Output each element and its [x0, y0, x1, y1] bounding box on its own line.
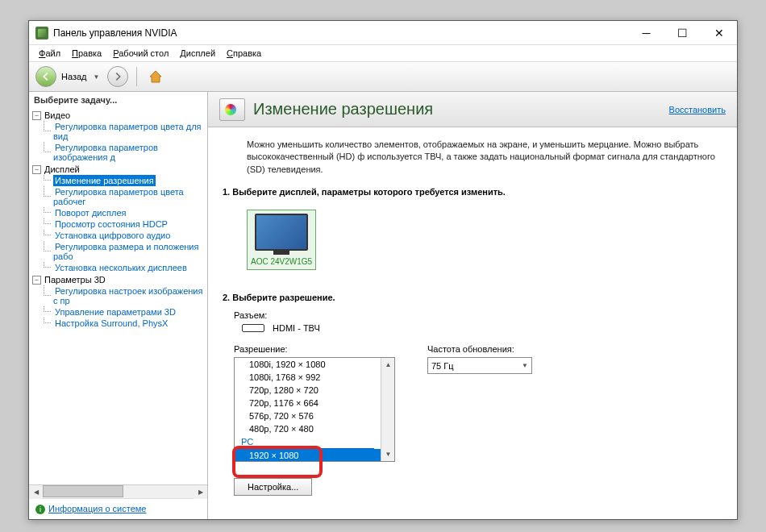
- collapse-icon[interactable]: −: [32, 276, 41, 285]
- resolution-item[interactable]: 576p, 720 × 576: [235, 409, 381, 422]
- connector-label: Разъем:: [234, 310, 722, 320]
- monitor-tile[interactable]: AOC 24V2W1G5: [247, 210, 316, 270]
- scroll-thumb[interactable]: [43, 485, 123, 497]
- nav-back-label: Назад: [61, 72, 87, 81]
- home-button[interactable]: [145, 66, 166, 87]
- settings-button[interactable]: Настройка...: [234, 478, 312, 496]
- titlebar: Панель управления NVIDIA ─ ☐ ✕: [29, 21, 737, 45]
- tree-item[interactable]: Настройка Surround, PhysX: [44, 318, 207, 329]
- minimize-button[interactable]: ─: [628, 21, 664, 44]
- resolution-item-selected[interactable]: 1920 × 1080: [235, 449, 381, 462]
- tree-item[interactable]: Регулировка параметров цвета для вид: [44, 121, 207, 142]
- content: Изменение разрешения Восстановить Можно …: [208, 92, 737, 519]
- refresh-rate-label: Частота обновления:: [427, 344, 532, 354]
- resolution-label: Разрешение:: [234, 344, 395, 354]
- nav-back-dropdown[interactable]: ▼: [94, 73, 100, 81]
- description-text: Можно уменьшить количество элементов, от…: [247, 139, 722, 176]
- collapse-icon[interactable]: −: [32, 111, 41, 120]
- resolution-item[interactable]: 1080i, 1768 × 992: [235, 371, 381, 384]
- page-title: Изменение разрешения: [253, 100, 669, 118]
- refresh-rate-value: 75 Гц: [431, 361, 454, 371]
- menu-edit[interactable]: Правка: [67, 47, 106, 60]
- task-tree[interactable]: −ВидеоРегулировка параметров цвета для в…: [29, 108, 207, 484]
- scroll-right-icon[interactable]: ▶: [194, 485, 207, 499]
- nav-back-button[interactable]: [35, 66, 56, 87]
- tree-item[interactable]: Регулировка параметров цвета рабочег: [44, 186, 207, 207]
- connector-row: HDMI - ТВЧ: [242, 323, 722, 333]
- tree-group[interactable]: −Дисплей: [32, 164, 207, 175]
- monitor-icon: [255, 214, 308, 251]
- tree-item[interactable]: Поворот дисплея: [44, 207, 207, 218]
- scroll-up-icon[interactable]: ▲: [381, 358, 395, 372]
- menu-help[interactable]: Справка: [222, 47, 266, 60]
- app-window: Панель управления NVIDIA ─ ☐ ✕ Файл Прав…: [28, 20, 738, 520]
- listbox-scrollbar[interactable]: ▲ ▼: [381, 358, 394, 461]
- chevron-down-icon: ▼: [522, 362, 528, 369]
- tree-item[interactable]: Регулировка размера и положения рабо: [44, 241, 207, 262]
- menu-display[interactable]: Дисплей: [175, 47, 220, 60]
- menu-file[interactable]: Файл: [34, 47, 65, 60]
- scroll-down-icon[interactable]: ▼: [381, 447, 395, 461]
- task-label: Выберите задачу...: [29, 92, 207, 108]
- content-body: Можно уменьшить количество элементов, от…: [208, 127, 737, 519]
- window-controls: ─ ☐ ✕: [628, 21, 737, 44]
- sidebar: Выберите задачу... −ВидеоРегулировка пар…: [29, 92, 208, 519]
- monitor-label: AOC 24V2W1G5: [251, 257, 312, 266]
- resolution-item[interactable]: 480p, 720 × 480: [235, 422, 381, 435]
- tree-item[interactable]: Установка цифрового аудио: [44, 230, 207, 241]
- tree-item[interactable]: Установка нескольких дисплеев: [44, 262, 207, 273]
- nvidia-icon: [35, 27, 48, 39]
- window-title: Панель управления NVIDIA: [53, 27, 628, 39]
- info-icon: i: [35, 505, 45, 514]
- maximize-button[interactable]: ☐: [664, 21, 701, 44]
- close-button[interactable]: ✕: [701, 21, 737, 44]
- resolution-item[interactable]: 1080i, 1920 × 1080: [235, 358, 381, 371]
- sidebar-hscroll[interactable]: ◀ ▶: [29, 484, 207, 498]
- tree-item[interactable]: Просмотр состояния HDCP: [44, 218, 207, 230]
- tree-group[interactable]: −Параметры 3D: [32, 274, 207, 285]
- step2-title: 2. Выберите разрешение.: [223, 293, 722, 302]
- menu-desktop[interactable]: Рабочий стол: [108, 47, 173, 60]
- body: Выберите задачу... −ВидеоРегулировка пар…: [29, 92, 737, 519]
- system-info-link[interactable]: iИнформация о системе: [29, 498, 207, 519]
- connector-value: HDMI - ТВЧ: [273, 323, 320, 333]
- tree-group[interactable]: −Видео: [32, 110, 207, 121]
- resolution-category: PC: [235, 435, 381, 448]
- resolution-listbox[interactable]: 1080i, 1920 × 10801080i, 1768 × 992720p,…: [234, 357, 395, 462]
- content-header: Изменение разрешения Восстановить: [208, 92, 737, 127]
- toolbar: Назад ▼: [29, 61, 737, 92]
- nav-forward-button[interactable]: [107, 66, 128, 87]
- tree-item[interactable]: Регулировка настроек изображения с пр: [44, 285, 207, 306]
- resolution-item[interactable]: 720p, 1280 × 720: [235, 384, 381, 397]
- tree-item[interactable]: Управление параметрами 3D: [44, 306, 207, 318]
- menubar: Файл Правка Рабочий стол Дисплей Справка: [29, 45, 737, 61]
- toolbar-separator: [136, 67, 137, 86]
- tree-item[interactable]: Изменение разрешения: [44, 175, 207, 186]
- tree-item[interactable]: Регулировка параметров изображения д: [44, 142, 207, 163]
- resolution-icon: [219, 98, 245, 121]
- refresh-rate-select[interactable]: 75 Гц ▼: [427, 357, 532, 374]
- collapse-icon[interactable]: −: [32, 165, 41, 174]
- scroll-left-icon[interactable]: ◀: [29, 485, 43, 499]
- resolution-item[interactable]: 720p, 1176 × 664: [235, 397, 381, 409]
- restore-link[interactable]: Восстановить: [669, 105, 726, 114]
- hdmi-icon: [242, 324, 264, 332]
- step1-title: 1. Выберите дисплей, параметры которого …: [223, 187, 722, 197]
